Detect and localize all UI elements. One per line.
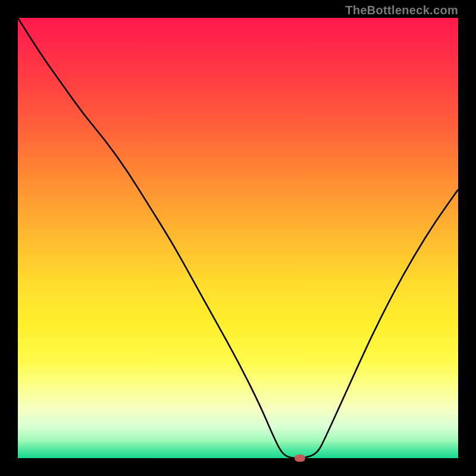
curve-path — [18, 18, 458, 458]
plot-area — [18, 18, 458, 458]
marker — [295, 455, 305, 462]
bottleneck-curve — [18, 18, 458, 458]
chart-container: TheBottleneck.com — [0, 0, 476, 476]
watermark-text: TheBottleneck.com — [345, 4, 458, 17]
